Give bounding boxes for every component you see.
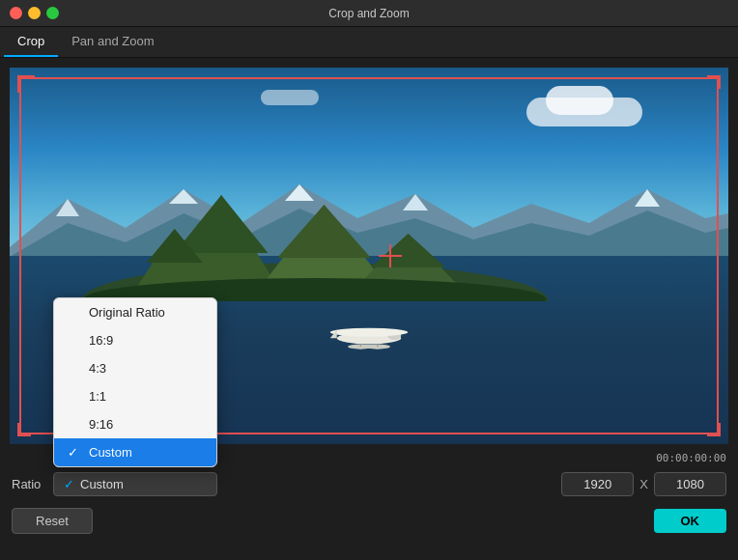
crosshair [379,244,402,267]
cloud-2 [261,90,319,105]
ratio-dropdown-wrapper: Original Ratio 16:9 4:3 1:1 9:16 ✓ Custo… [53,472,217,496]
tab-bar: Crop Pan and Zoom [0,27,738,58]
tab-crop[interactable]: Crop [4,27,58,57]
svg-marker-11 [278,205,372,258]
close-button[interactable] [10,7,22,19]
height-input[interactable] [654,472,726,496]
svg-point-19 [330,328,409,337]
ratio-dropdown-menu: Original Ratio 16:9 4:3 1:1 9:16 ✓ Custo… [53,297,217,467]
dropdown-item-4-3[interactable]: 4:3 [54,354,216,382]
island [81,176,549,301]
timecode: 00:00:00:00 [656,452,726,464]
window-title: Crop and Zoom [328,7,409,20]
window-controls [10,7,59,19]
dropdown-item-custom[interactable]: ✓ Custom [54,438,216,466]
ratio-dropdown-button[interactable]: ✓ Custom [53,472,217,496]
bottom-controls: Ratio Original Ratio 16:9 4:3 1:1 [0,468,738,500]
dimension-separator: X [639,477,648,491]
ok-button[interactable]: OK [654,509,727,533]
dropdown-item-16-9[interactable]: 16:9 [54,326,216,354]
minimize-button[interactable] [28,7,41,19]
dropdown-item-original[interactable]: Original Ratio [54,298,216,326]
dropdown-item-1-1[interactable]: 1:1 [54,382,216,410]
ratio-label: Ratio [12,477,45,491]
check-icon: ✓ [64,477,74,491]
action-row: Reset OK [0,500,738,544]
dimension-inputs: X [561,472,726,496]
tab-pan-zoom[interactable]: Pan and Zoom [58,27,167,57]
airplane [326,320,412,353]
reset-button[interactable]: Reset [12,508,93,534]
dropdown-item-9-16[interactable]: 9:16 [54,410,216,438]
cloud-1 [526,98,642,126]
width-input[interactable] [561,472,634,496]
maximize-button[interactable] [46,7,59,19]
svg-marker-9 [175,195,269,253]
title-bar: Crop and Zoom [0,0,738,27]
